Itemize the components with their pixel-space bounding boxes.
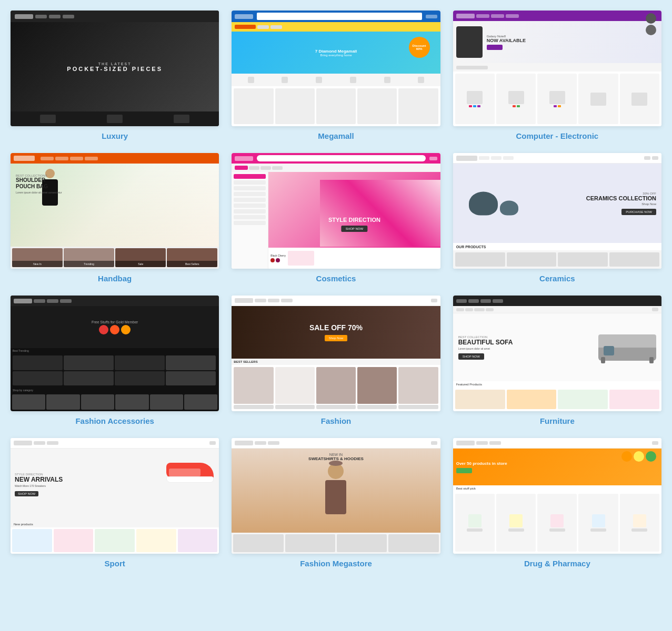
ceramics-nav-right <box>644 156 658 160</box>
fashion-acc-nav3 <box>60 299 72 303</box>
computer-hero: Galaxy Note8 NOW AVAILABLE <box>453 21 661 63</box>
card-image-fashion[interactable]: SALE OFF 70% Shop Now BEST SELLERS <box>232 296 440 411</box>
furniture-label: Furniture <box>540 416 575 425</box>
fashion-product-img1 <box>234 367 273 404</box>
dot4 <box>513 105 516 107</box>
furniture-leg-left <box>601 357 605 363</box>
luxury-nav-item2 <box>49 15 61 18</box>
handbag-nav1 <box>41 157 54 160</box>
megamall-icon5 <box>384 77 390 83</box>
fashion-mega-cart <box>431 441 437 445</box>
handbag-nav4 <box>85 157 98 160</box>
card-image-megamall[interactable]: 7 Diamond Megamall Bring everything home… <box>232 11 440 126</box>
furniture-leg-right <box>649 357 654 363</box>
fashion-acc-nav <box>11 296 219 306</box>
card-image-furniture[interactable]: BEST COLLECTION BEAUTIFUL SOFA Lorem ips… <box>453 296 661 411</box>
card-image-handbag[interactable]: BEST COLLECTIONS SHOULDERPOUCH BAG Lorem… <box>11 153 219 269</box>
card-fashion[interactable]: SALE OFF 70% Shop Now BEST SELLERS <box>232 296 440 425</box>
ceramics-nav2 <box>491 156 502 160</box>
card-megamall[interactable]: 7 Diamond Megamall Bring everything home… <box>232 11 440 140</box>
megamall-hero-line1: 7 Diamond Megamall <box>315 49 357 54</box>
fashion-acc-cat3 <box>81 394 114 410</box>
computer-acc2 <box>646 25 656 35</box>
cosmetics-allcat <box>235 166 248 170</box>
cosmetics-nav <box>232 153 440 164</box>
furniture-subnav <box>453 306 661 313</box>
fashion-mega-hair <box>329 461 343 466</box>
ceramics-product2 <box>507 252 557 267</box>
sport-product1 <box>12 529 52 552</box>
megamall-search <box>257 13 422 20</box>
fashion-acc-product7 <box>115 371 165 386</box>
card-image-drug-pharmacy[interactable]: Over 50 products in store Best stuff pic… <box>453 438 661 554</box>
fashion-acc-product3 <box>115 355 165 370</box>
fashion-acc-icon3 <box>121 325 131 334</box>
fashion-mega-nav1 <box>255 441 266 445</box>
card-image-cosmetics[interactable]: STYLE DIRECTION SHOP NOW Black Cherry <box>232 153 440 269</box>
ceramics-section-label: OUR PRODUCTS <box>456 245 486 249</box>
card-ceramics[interactable]: 30% OFF CERAMICS COLLECTION Shop Now PUR… <box>453 153 661 283</box>
cosmetics-label: Cosmetics <box>316 274 356 283</box>
cosmetics-cat6 <box>234 209 266 213</box>
card-computer[interactable]: Galaxy Note8 NOW AVAILABLE <box>453 11 661 140</box>
furniture-subitem4 <box>486 308 494 311</box>
cosmetics-cat7 <box>234 215 266 219</box>
handbag-text-block: BEST COLLECTIONS SHOULDERPOUCH BAG Lorem… <box>16 174 62 194</box>
card-image-fashion-megastore[interactable]: NEW IN SWEATSHIRTS & HOODIES <box>232 438 440 554</box>
card-luxury[interactable]: THE LATEST POCKET-SIZED PIECES Luxury <box>11 11 219 140</box>
cosmetics-nav-item1 <box>249 166 259 170</box>
card-sport[interactable]: STYLE DIRECTION NEW ARRIVALS Watch More … <box>11 438 219 568</box>
drug-nav-right <box>652 441 658 445</box>
sport-nav <box>11 438 219 449</box>
drug-product-label2 <box>508 528 524 532</box>
dot6 <box>554 105 557 107</box>
furniture-nav3 <box>480 299 491 303</box>
handbag-thumb2-label: Trending <box>84 262 94 266</box>
card-image-ceramics[interactable]: 30% OFF CERAMICS COLLECTION Shop Now PUR… <box>453 153 661 269</box>
dot7 <box>558 105 561 107</box>
computer-product3 <box>537 74 577 124</box>
card-fashion-accessories[interactable]: Free Stuffs for Gold Member Best Trendin… <box>11 296 219 425</box>
megamall-nav <box>232 11 440 22</box>
furniture-nav4 <box>493 299 503 303</box>
fashion-acc-nav1 <box>34 299 45 303</box>
fashion-mega-person <box>325 463 346 515</box>
sport-products <box>11 527 219 554</box>
furniture-pillow <box>604 346 614 355</box>
computer-product-img4 <box>590 93 606 106</box>
card-cosmetics[interactable]: STYLE DIRECTION SHOP NOW Black Cherry <box>232 153 440 283</box>
fashion-product-label3 <box>316 405 356 409</box>
sport-search-icon <box>209 441 216 445</box>
computer-product-dots2 <box>513 105 520 107</box>
card-image-fashion-accessories[interactable]: Free Stuffs for Gold Member Best Trendin… <box>11 296 219 411</box>
card-fashion-megastore[interactable]: NEW IN SWEATSHIRTS & HOODIES <box>232 438 440 568</box>
drug-product-img2 <box>509 514 523 527</box>
megamall-products <box>232 86 440 126</box>
computer-product-img2 <box>508 91 524 104</box>
cosmetics-logo <box>235 156 253 161</box>
sport-shoe-sole <box>166 476 214 483</box>
furniture-hero-desc: Lorem ipsum dolor sit amet <box>458 347 593 350</box>
card-handbag[interactable]: BEST COLLECTIONS SHOULDERPOUCH BAG Lorem… <box>11 153 219 283</box>
megamall-icon2 <box>282 77 288 83</box>
card-furniture[interactable]: BEST COLLECTION BEAUTIFUL SOFA Lorem ips… <box>453 296 661 425</box>
card-image-computer[interactable]: Galaxy Note8 NOW AVAILABLE <box>453 11 661 126</box>
megamall-discount-text: Discount60% <box>413 44 426 50</box>
computer-section-title <box>456 66 488 69</box>
card-image-luxury[interactable]: THE LATEST POCKET-SIZED PIECES <box>11 11 219 126</box>
megamall-icon1 <box>248 77 254 83</box>
card-image-sport[interactable]: STYLE DIRECTION NEW ARRIVALS Watch More … <box>11 438 219 554</box>
cosmetics-main: STYLE DIRECTION SHOP NOW Black Cherry <box>268 172 440 269</box>
computer-product-img3 <box>549 91 565 104</box>
card-drug-pharmacy[interactable]: Over 50 products in store Best stuff pic… <box>453 438 661 568</box>
fashion-acc-cat4 <box>115 394 148 410</box>
fashion-nav-right <box>431 299 437 302</box>
fashion-product2 <box>275 367 315 409</box>
drug-product-img4 <box>592 514 605 527</box>
cosmetics-cat8 <box>234 221 266 225</box>
fashion-acc-icons <box>92 325 138 334</box>
fashion-nav3 <box>281 299 293 302</box>
drug-fruit-lemon <box>634 451 644 462</box>
fashion-mega-nav-right <box>431 441 437 445</box>
dot5 <box>517 105 520 107</box>
